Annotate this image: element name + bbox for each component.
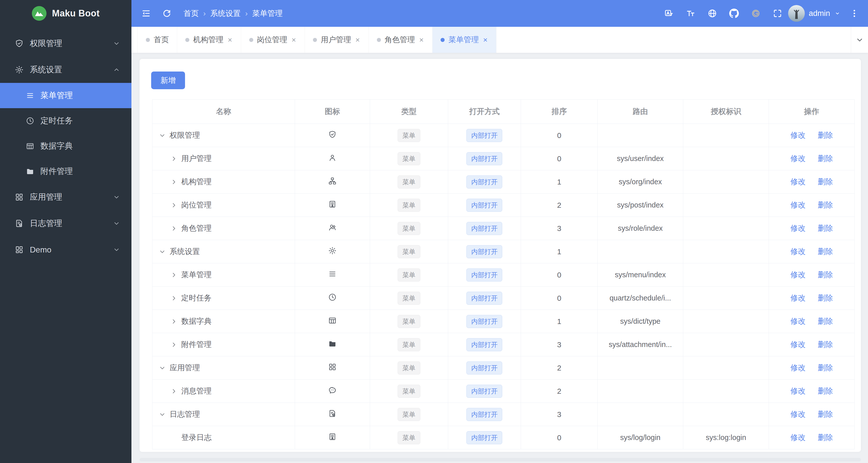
delete-link[interactable]: 删除 — [818, 410, 833, 418]
edit-link[interactable]: 修改 — [790, 387, 806, 395]
github-icon[interactable] — [727, 6, 741, 21]
table-row-附件管理: 附件管理 菜单内部打开3sys/attachment/in... 修改 删除 — [152, 333, 855, 357]
delete-link[interactable]: 删除 — [818, 177, 833, 186]
edit-link[interactable]: 修改 — [790, 363, 806, 372]
open-mode-tag: 内部打开 — [466, 152, 502, 165]
gitee-icon[interactable] — [749, 6, 763, 21]
cell-sort: 0 — [521, 426, 597, 450]
open-mode-tag: 内部打开 — [466, 175, 502, 189]
row-collapse-icon[interactable] — [159, 132, 165, 139]
clock-icon — [328, 293, 337, 302]
breadcrumb-separator: › — [203, 9, 206, 18]
open-mode-tag: 内部打开 — [466, 129, 502, 142]
delete-link[interactable]: 删除 — [818, 247, 833, 255]
delete-link[interactable]: 删除 — [818, 387, 833, 395]
cell-name: 日志管理 — [152, 403, 295, 426]
cell-name: 消息管理 — [152, 379, 295, 403]
tab-首页[interactable]: 首页 — [137, 27, 177, 53]
sidebar-subitem-数据字典[interactable]: 数据字典 — [0, 133, 131, 159]
edit-link[interactable]: 修改 — [790, 247, 806, 255]
row-expand-icon[interactable] — [170, 225, 177, 232]
row-name: 定时任务 — [181, 293, 212, 303]
delete-link[interactable]: 删除 — [818, 317, 833, 325]
row-expand-icon[interactable] — [170, 295, 177, 302]
row-expand-icon[interactable] — [170, 318, 177, 325]
more-options-icon[interactable] — [847, 6, 861, 21]
tab-close-icon[interactable]: × — [419, 36, 424, 44]
horizontal-scrollbar[interactable] — [140, 458, 861, 462]
edit-link[interactable]: 修改 — [790, 201, 806, 209]
sidebar-item-应用管理[interactable]: 应用管理 — [0, 184, 131, 210]
cell-type: 菜单 — [370, 171, 448, 193]
tabs-overflow-chevron-icon[interactable] — [851, 27, 868, 53]
delete-link[interactable]: 删除 — [818, 154, 833, 162]
column-header-名称: 名称 — [152, 100, 295, 124]
fullscreen-icon[interactable] — [770, 6, 784, 21]
sidebar-subitem-定时任务[interactable]: 定时任务 — [0, 108, 131, 133]
delete-link[interactable]: 删除 — [818, 270, 833, 279]
delete-link[interactable]: 删除 — [818, 433, 833, 441]
user-menu[interactable]: admin — [788, 5, 841, 22]
cell-name: 应用管理 — [152, 357, 295, 379]
edit-link[interactable]: 修改 — [790, 294, 806, 302]
cell-auth — [683, 310, 769, 333]
sidebar-subitem-附件管理[interactable]: 附件管理 — [0, 159, 131, 184]
sidebar-item-日志管理[interactable]: 日志管理 — [0, 210, 131, 237]
delete-link[interactable]: 删除 — [818, 201, 833, 209]
sidebar-subitem-菜单管理[interactable]: 菜单管理 — [0, 83, 131, 108]
tab-角色管理[interactable]: 角色管理× — [369, 27, 433, 53]
breadcrumb-item[interactable]: 首页 — [184, 8, 199, 19]
globe-icon[interactable] — [705, 6, 719, 21]
edit-link[interactable]: 修改 — [790, 410, 806, 418]
edit-link[interactable]: 修改 — [790, 177, 806, 186]
edit-link[interactable]: 修改 — [790, 131, 806, 139]
avatar[interactable] — [788, 5, 805, 22]
delete-link[interactable]: 删除 — [818, 131, 833, 139]
breadcrumb-item[interactable]: 系统设置 — [210, 8, 241, 19]
row-expand-icon[interactable] — [170, 179, 177, 185]
open-mode-tag: 内部打开 — [466, 222, 502, 235]
edit-link[interactable]: 修改 — [790, 270, 806, 279]
tab-close-icon[interactable]: × — [291, 36, 297, 44]
edit-link[interactable]: 修改 — [790, 154, 806, 162]
delete-link[interactable]: 删除 — [818, 340, 833, 348]
tab-机构管理[interactable]: 机构管理× — [177, 27, 241, 53]
edit-link[interactable]: 修改 — [790, 224, 806, 232]
type-tag: 菜单 — [398, 408, 420, 421]
row-expand-icon[interactable] — [170, 341, 177, 348]
delete-link[interactable]: 删除 — [818, 294, 833, 302]
row-expand-icon[interactable] — [170, 272, 177, 278]
sidebar-item-系统设置[interactable]: 系统设置 — [0, 57, 131, 83]
row-collapse-icon[interactable] — [159, 365, 165, 371]
row-collapse-icon[interactable] — [159, 248, 165, 255]
cell-open-mode: 内部打开 — [448, 403, 521, 426]
edit-link[interactable]: 修改 — [790, 433, 806, 441]
tab-close-icon[interactable]: × — [355, 36, 361, 44]
font-size-icon[interactable] — [683, 6, 698, 21]
sidebar-item-Demo[interactable]: Demo — [0, 237, 131, 263]
delete-link[interactable]: 删除 — [818, 224, 833, 232]
tab-用户管理[interactable]: 用户管理× — [305, 27, 369, 53]
collapse-menu-icon[interactable] — [139, 6, 153, 21]
tab-菜单管理[interactable]: 菜单管理× — [432, 27, 496, 53]
header-left-tools — [139, 6, 174, 21]
translate-icon[interactable] — [662, 6, 676, 21]
row-name: 应用管理 — [169, 363, 200, 373]
tab-close-icon[interactable]: × — [483, 36, 488, 44]
tab-close-icon[interactable]: × — [227, 36, 233, 44]
cell-type: 菜单 — [370, 124, 448, 147]
sidebar-item-label: 权限管理 — [30, 38, 62, 49]
edit-link[interactable]: 修改 — [790, 340, 806, 348]
dict-table-icon — [26, 142, 34, 150]
row-expand-icon[interactable] — [170, 155, 177, 162]
delete-link[interactable]: 删除 — [818, 363, 833, 372]
row-expand-icon[interactable] — [170, 388, 177, 395]
row-collapse-icon[interactable] — [159, 411, 165, 418]
refresh-icon[interactable] — [160, 6, 174, 21]
edit-link[interactable]: 修改 — [790, 317, 806, 325]
tab-岗位管理[interactable]: 岗位管理× — [241, 27, 305, 53]
row-expand-icon[interactable] — [170, 202, 177, 209]
add-button[interactable]: 新增 — [151, 71, 185, 89]
cell-open-mode: 内部打开 — [448, 333, 521, 357]
sidebar-item-权限管理[interactable]: 权限管理 — [0, 30, 131, 57]
